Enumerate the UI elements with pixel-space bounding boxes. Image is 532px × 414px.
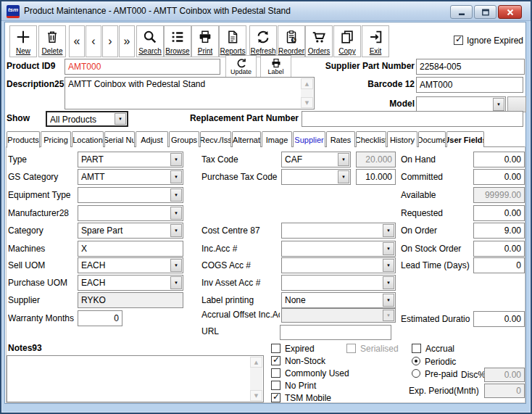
commonly-used-checkbox[interactable] [271, 368, 280, 378]
ignore-expired-checkbox[interactable]: ✓ [454, 36, 463, 45]
no-print-checkbox[interactable] [271, 381, 280, 390]
product-id-input[interactable]: AMT000 [65, 59, 220, 75]
tab-documents[interactable]: Docume [418, 131, 446, 147]
minimize-button[interactable] [450, 5, 473, 19]
type-select[interactable]: PART▼ [78, 152, 183, 167]
tab-adjust[interactable]: Adjust [136, 131, 168, 147]
tab-products[interactable]: Products [7, 131, 40, 148]
scroll-down-icon[interactable]: ▼ [250, 390, 262, 401]
exit-button[interactable]: Exit [362, 25, 389, 57]
title-bar[interactable]: tsm Product Maintenance - AMT000 - AMTT … [1, 1, 531, 21]
sell-uom-select[interactable]: EACH▼ [78, 257, 183, 273]
on-order-input[interactable]: 9.00 [473, 223, 525, 239]
scroll-up-icon[interactable]: ▲ [250, 357, 262, 368]
purchase-tax-rate-input[interactable]: 10.000 [356, 169, 396, 185]
browse-button[interactable]: Browse [164, 25, 191, 57]
non-stock-checkbox[interactable]: ✓ [271, 356, 280, 365]
dropdown-arrow-icon[interactable]: ▼ [383, 224, 394, 237]
last-record-button[interactable]: » [119, 25, 135, 57]
first-record-button[interactable]: « [69, 25, 85, 57]
maximize-button[interactable] [474, 5, 496, 19]
gs-category-select[interactable]: AMTT▼ [78, 169, 183, 185]
machines-input[interactable]: X [78, 241, 183, 257]
dropdown-arrow-icon[interactable]: ▼ [493, 98, 504, 111]
dropdown-arrow-icon[interactable]: ▼ [383, 242, 394, 255]
purchase-uom-select[interactable]: EACH▼ [78, 275, 183, 291]
label-printing-select[interactable]: None▼ [281, 292, 396, 308]
tab-location[interactable]: Location [72, 131, 104, 147]
show-select[interactable]: All Products ▼ [46, 111, 128, 127]
on-hand-input[interactable]: 0.00 [473, 152, 525, 167]
dropdown-arrow-icon[interactable]: ▼ [338, 153, 349, 166]
next-record-button[interactable]: › [102, 25, 118, 57]
dropdown-arrow-icon[interactable]: ▼ [338, 170, 349, 183]
purchase-tax-code-select[interactable]: ▼ [281, 169, 351, 185]
manufacturer-select[interactable]: ▼ [78, 205, 183, 221]
dropdown-arrow-icon[interactable]: ▼ [170, 189, 182, 202]
search-button[interactable]: Search [136, 25, 164, 57]
replacement-part-input[interactable] [302, 111, 523, 127]
tsm-mobile-checkbox[interactable]: ✓ [271, 393, 280, 402]
dropdown-arrow-icon[interactable]: ▼ [170, 224, 182, 237]
dropdown-arrow-icon[interactable]: ▼ [170, 153, 182, 166]
barcode-input[interactable]: AMT000 [416, 77, 523, 93]
on-stock-order-input[interactable]: 0.00 [473, 241, 525, 257]
label-button[interactable]: Label [260, 55, 291, 78]
expired-checkbox[interactable] [271, 344, 280, 353]
tab-supplier[interactable]: Supplier [293, 131, 325, 147]
tab-checklist[interactable]: Checklist [356, 131, 386, 147]
reorder-button[interactable]: $ Reorder [278, 25, 305, 57]
accrual-checkbox[interactable] [412, 344, 421, 353]
print-button[interactable]: Print [191, 25, 219, 57]
update-button[interactable]: Update [225, 55, 257, 78]
tab-image[interactable]: Image [262, 131, 292, 147]
tab-recv-iss[interactable]: Recv./Iss [200, 131, 231, 147]
tab-rates[interactable]: Rates [326, 131, 355, 147]
orders-button[interactable]: Orders [305, 25, 333, 57]
dropdown-arrow-icon[interactable]: ▼ [170, 170, 182, 183]
tab-alternate[interactable]: Alternat [232, 131, 261, 147]
dropdown-arrow-icon[interactable]: ▼ [383, 294, 394, 307]
copy-button[interactable]: Copy [333, 25, 361, 57]
tab-pricing[interactable]: Pricing [41, 131, 71, 147]
tax-code-select[interactable]: CAF▼ [281, 152, 351, 167]
inv-asset-acc-select[interactable]: ▼ [281, 275, 396, 291]
tab-history[interactable]: History [387, 131, 417, 147]
lead-time-input[interactable]: 0 [473, 257, 525, 273]
close-button[interactable] [498, 5, 522, 19]
model-select[interactable]: ▼ [416, 96, 506, 112]
new-button[interactable]: New [9, 25, 37, 57]
url-input[interactable] [280, 325, 391, 340]
supplier-part-input[interactable]: 22584-005 [416, 59, 525, 75]
dropdown-arrow-icon[interactable]: ▼ [170, 276, 182, 289]
committed-input[interactable]: 0.00 [473, 169, 525, 185]
equipment-type-select[interactable]: ▼ [78, 187, 183, 203]
requested-input[interactable]: 0.00 [473, 205, 525, 221]
prepaid-radio[interactable] [412, 369, 420, 378]
notes-scrollbar[interactable]: ▲ ▼ [250, 357, 262, 401]
delete-label: Delete [42, 47, 63, 56]
category-select[interactable]: Spare Part▼ [78, 223, 183, 239]
estimated-duration-input[interactable]: 0.00 [473, 311, 525, 327]
inc-acc-select[interactable]: ▼ [281, 241, 396, 257]
dropdown-arrow-icon[interactable]: ▼ [383, 259, 394, 272]
dropdown-arrow-icon[interactable]: ▼ [383, 276, 394, 289]
cogs-acc-select[interactable]: ▼ [281, 257, 396, 273]
warranty-months-input[interactable]: 0 [78, 310, 122, 326]
refresh-button[interactable]: Refresh [249, 25, 277, 57]
tab-serial-numbers[interactable]: Serial Nu [104, 131, 135, 147]
dropdown-arrow-icon[interactable]: ▼ [170, 259, 182, 272]
reports-button[interactable]: Reports [219, 25, 246, 57]
cost-centre-select[interactable]: ▼ [281, 223, 396, 239]
tab-user-fields[interactable]: User Fields [446, 131, 484, 147]
dropdown-arrow-icon[interactable]: ▼ [115, 113, 126, 125]
dropdown-arrow-icon[interactable]: ▼ [170, 207, 182, 220]
model-browse-button[interactable] [507, 96, 526, 112]
description-textarea[interactable]: AMTT Coinbox with Pedestal Stand ▲ ▼ [65, 77, 315, 109]
periodic-radio[interactable] [412, 357, 420, 365]
notes-textarea[interactable]: ▲ ▼ [7, 355, 264, 402]
tab-groups[interactable]: Groups [169, 131, 199, 147]
previous-record-button[interactable]: ‹ [86, 25, 101, 57]
cart-icon [311, 26, 327, 47]
delete-button[interactable]: Delete [38, 25, 66, 57]
